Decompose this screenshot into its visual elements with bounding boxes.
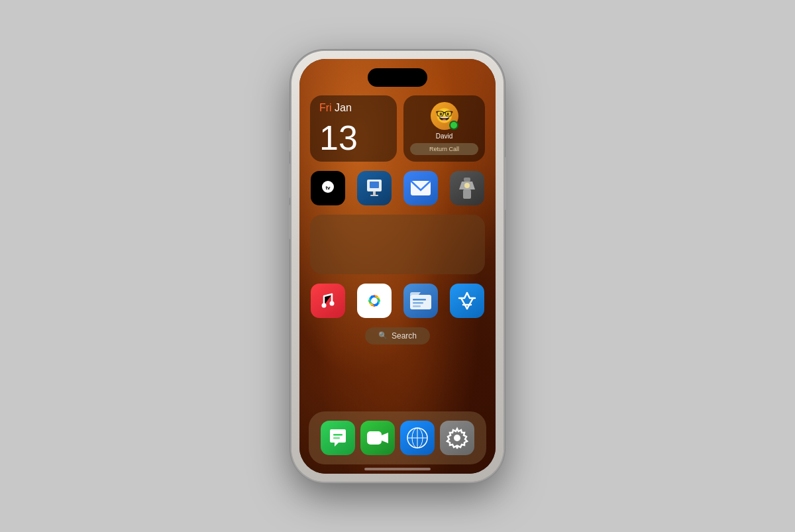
dynamic-island (368, 68, 427, 87)
svg-rect-3 (370, 182, 379, 188)
calendar-header: Fri Jan (319, 102, 388, 114)
svg-point-34 (454, 435, 460, 441)
dock (309, 411, 486, 464)
svg-rect-25 (333, 437, 340, 439)
app-row-2 (310, 284, 485, 318)
svg-text:tv: tv (325, 185, 331, 191)
svg-point-19 (371, 297, 378, 304)
svg-point-11 (322, 303, 327, 307)
svg-rect-21 (413, 299, 426, 301)
files-icon[interactable] (403, 284, 438, 318)
search-pill[interactable]: 🔍 Search (365, 327, 430, 345)
mute-button[interactable] (289, 131, 292, 152)
svg-marker-32 (412, 434, 421, 443)
phone-shell: Fri Jan 13 🤓 David Return Call (292, 51, 504, 482)
mail-icon[interactable] (403, 171, 438, 205)
return-call-button[interactable]: Return Call (410, 143, 478, 155)
svg-rect-26 (367, 431, 382, 445)
widget-row: Fri Jan 13 🤓 David Return Call (310, 95, 485, 162)
appletv-icon[interactable]: tv (311, 171, 345, 205)
flashlight-icon[interactable] (450, 171, 484, 205)
settings-dock-icon[interactable] (440, 421, 474, 455)
safari-dock-icon[interactable] (400, 421, 435, 455)
contact-online-badge (449, 121, 458, 130)
calendar-month: Jan (335, 102, 352, 113)
photos-icon[interactable] (357, 284, 392, 318)
svg-point-12 (330, 301, 335, 305)
facetime-dock-icon[interactable] (360, 421, 395, 455)
svg-marker-27 (382, 433, 388, 443)
phone-screen: Fri Jan 13 🤓 David Return Call (299, 59, 496, 474)
messages-dock-icon[interactable] (321, 421, 355, 455)
keynote-icon[interactable] (357, 171, 392, 205)
svg-rect-23 (413, 305, 421, 307)
svg-rect-5 (370, 195, 378, 196)
calendar-widget[interactable]: Fri Jan 13 (310, 95, 397, 162)
volume-up-button[interactable] (289, 164, 292, 198)
svg-point-10 (464, 183, 470, 188)
search-icon: 🔍 (378, 331, 388, 340)
svg-marker-33 (413, 433, 423, 442)
app-row-1: tv (310, 171, 485, 205)
svg-rect-24 (333, 434, 343, 436)
svg-rect-9 (463, 189, 471, 199)
svg-rect-7 (464, 178, 470, 182)
calendar-day-name: Fri (319, 102, 332, 113)
appstore-icon[interactable] (450, 284, 484, 318)
contact-avatar: 🤓 (431, 102, 458, 130)
music-icon[interactable] (311, 284, 345, 318)
power-button[interactable] (504, 157, 506, 210)
calendar-day-number: 13 (319, 121, 388, 155)
volume-down-button[interactable] (289, 205, 292, 239)
home-indicator (364, 468, 431, 470)
svg-rect-4 (373, 191, 376, 195)
svg-rect-22 (413, 302, 423, 304)
app-folder-widget[interactable] (310, 215, 485, 274)
contact-name: David (436, 133, 453, 140)
search-label: Search (392, 331, 417, 341)
contact-widget[interactable]: 🤓 David Return Call (403, 95, 485, 162)
